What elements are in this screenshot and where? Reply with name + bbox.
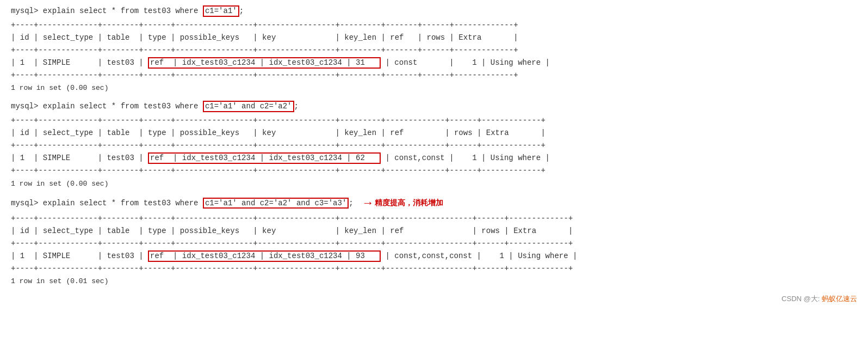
sql-after-1: ;	[239, 7, 244, 15]
sep-top-2: +----+-------------+--------+------+----…	[11, 114, 857, 127]
sql-before-3: explain select * from test03 where	[38, 199, 202, 207]
sql-after-3: ;	[349, 199, 353, 207]
sep-mid-1: +----+-------------+--------+------+----…	[11, 44, 857, 57]
annotation-text-3: 精度提高，消耗增加	[375, 198, 443, 208]
query-block-3: mysql> explain select * from test03 wher…	[11, 197, 857, 285]
query-block-1: mysql> explain select * from test03 wher…	[11, 5, 857, 92]
sep-mid-3: +----+-------------+--------+------+----…	[11, 237, 857, 250]
rowcount-2: 1 row in set (0.00 sec)	[11, 180, 857, 188]
sep-bot-1: +----+-------------+--------+------+----…	[11, 69, 857, 82]
data-row-2: | 1 | SIMPLE | test03 | ref | idx_test03…	[11, 152, 857, 164]
footer-brand: 蚂蚁亿速云	[822, 295, 857, 303]
prompt-2: mysql>	[11, 102, 38, 111]
table-2: +----+-------------+--------+------+----…	[11, 114, 857, 177]
sql-highlight-2: c1='a1' and c2='a2'	[203, 101, 294, 112]
sql-after-2: ;	[294, 102, 299, 111]
sep-mid-2: +----+-------------+--------+------+----…	[11, 139, 857, 152]
data-highlight-3: ref | idx_test03_c1234 | idx_test03_c123…	[148, 250, 381, 262]
query-line-2: mysql> explain select * from test03 wher…	[11, 101, 857, 112]
query-block-2: mysql> explain select * from test03 wher…	[11, 101, 857, 187]
header-3: | id | select_type | table | type | poss…	[11, 225, 857, 237]
table-1: +----+-------------+--------+------+----…	[11, 19, 857, 82]
query-line-3: mysql> explain select * from test03 wher…	[11, 198, 354, 209]
footer: CSDN @大: 蚂蚁亿速云	[11, 294, 857, 304]
data-row-3: | 1 | SIMPLE | test03 | ref | idx_test03…	[11, 250, 857, 262]
sql-highlight-1: c1='a1'	[203, 5, 239, 17]
data-highlight-2: ref | idx_test03_c1234 | idx_test03_c123…	[148, 152, 381, 164]
sep-bot-3: +----+-------------+--------+------+----…	[11, 262, 857, 275]
sql-before-2: explain select * from test03 where	[38, 102, 202, 111]
sep-bot-2: +----+-------------+--------+------+----…	[11, 164, 857, 177]
sql-highlight-3: c1='a1' and c2='a2' and c3='a3'	[203, 198, 349, 209]
arrow-icon: →	[364, 197, 371, 210]
sep-top-1: +----+-------------+--------+------+----…	[11, 19, 857, 32]
header-2: | id | select_type | table | type | poss…	[11, 127, 857, 139]
query-annotation-row: mysql> explain select * from test03 wher…	[11, 197, 857, 210]
sep-top-3: +----+-------------+--------+------+----…	[11, 212, 857, 225]
data-highlight-1: ref | idx_test03_c1234 | idx_test03_c123…	[148, 57, 381, 69]
rowcount-3: 1 row in set (0.01 sec)	[11, 277, 857, 285]
data-row-1: | 1 | SIMPLE | test03 | ref | idx_test03…	[11, 57, 857, 69]
table-3: +----+-------------+--------+------+----…	[11, 212, 857, 275]
prompt-3: mysql>	[11, 199, 38, 207]
header-1: | id | select_type | table | type | poss…	[11, 32, 857, 44]
sql-before-1: explain select * from test03 where	[38, 7, 202, 15]
query-line-1: mysql> explain select * from test03 wher…	[11, 5, 857, 17]
prompt-1: mysql>	[11, 7, 38, 15]
footer-csdn: CSDN @大:	[782, 295, 820, 303]
rowcount-1: 1 row in set (0.00 sec)	[11, 84, 857, 92]
main-container: mysql> explain select * from test03 wher…	[11, 5, 857, 304]
